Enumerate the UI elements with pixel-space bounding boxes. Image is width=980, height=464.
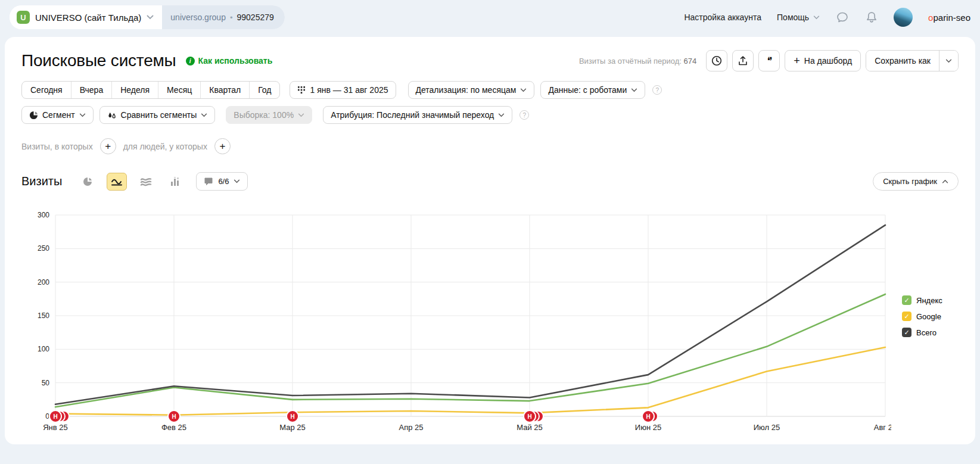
chevron-down-icon xyxy=(234,179,240,183)
segments-row: Сегмент Сравнить сегменты Выборка: 100% … xyxy=(21,106,959,124)
svg-text:Май 25: Май 25 xyxy=(517,423,543,432)
date-range-picker[interactable]: 1 янв — 31 авг 2025 xyxy=(290,81,396,99)
period-year[interactable]: Год xyxy=(249,82,279,98)
svg-text:Н: Н xyxy=(172,413,176,420)
chevron-down-icon xyxy=(201,113,207,117)
svg-text:50: 50 xyxy=(42,379,50,387)
visits-filter-label: Визиты, в которых xyxy=(21,142,93,151)
svg-text:Н: Н xyxy=(53,413,57,420)
period-quarter[interactable]: Квартал xyxy=(200,82,249,98)
info-icon: i xyxy=(186,57,195,66)
sampling-label: Выборка: 100% xyxy=(234,110,294,120)
data-mode-label: Данные: с роботами xyxy=(548,85,627,95)
bell-icon[interactable] xyxy=(865,10,878,24)
period-month[interactable]: Месяц xyxy=(158,82,200,98)
chevron-down-icon xyxy=(79,113,86,117)
svg-text:Авг 25: Авг 25 xyxy=(874,423,891,432)
title-row: Поисковые системы i Как использовать Виз… xyxy=(21,37,959,71)
chart-type-switcher xyxy=(77,173,185,191)
chevron-up-icon xyxy=(942,179,948,183)
chevron-down-icon xyxy=(813,15,820,20)
hide-chart-button[interactable]: Скрыть график xyxy=(873,172,959,191)
legend-item-yandex[interactable]: ✓ Яндекс xyxy=(902,295,942,305)
date-range-label: 1 янв — 31 авг 2025 xyxy=(310,85,388,95)
chat-icon[interactable] xyxy=(835,10,850,24)
save-as-dropdown-button[interactable] xyxy=(939,51,958,71)
checkbox-checked-icon: ✓ xyxy=(902,312,911,321)
compare-segments-label: Сравнить сегменты xyxy=(121,110,197,120)
chevron-down-icon xyxy=(520,88,527,92)
svg-text:Апр 25: Апр 25 xyxy=(399,423,423,432)
compare-segments-icon xyxy=(107,111,117,120)
help-menu[interactable]: Помощь xyxy=(777,13,820,22)
chevron-down-icon xyxy=(498,113,505,117)
segment-pie-icon xyxy=(29,111,38,120)
chevron-down-icon xyxy=(147,15,154,20)
counter-favicon-icon: U xyxy=(17,11,30,24)
segment-label: Сегмент xyxy=(42,110,75,120)
account-settings-link[interactable]: Настройка аккаунта xyxy=(684,13,761,22)
chart-area: 050100150200250300Янв 25Фев 25Мар 25Апр … xyxy=(21,206,959,440)
svg-text:150: 150 xyxy=(38,312,49,320)
checkbox-checked-icon: ✓ xyxy=(902,328,911,337)
export-icon xyxy=(737,55,749,67)
top-right-nav: Настройка аккаунта Помощь oparin-seo xyxy=(684,8,970,27)
svg-text:Июн 25: Июн 25 xyxy=(635,423,661,432)
period-yesterday[interactable]: Вчера xyxy=(71,82,112,98)
checkbox-checked-icon: ✓ xyxy=(902,295,911,305)
legend-label: Яндекс xyxy=(916,296,942,305)
help-question-icon[interactable]: ? xyxy=(652,85,662,95)
save-as-split-button: Сохранить как xyxy=(866,50,959,71)
svg-text:200: 200 xyxy=(38,278,49,287)
compare-segments-dropdown[interactable]: Сравнить сегменты xyxy=(99,106,216,124)
line-chart-type-button[interactable] xyxy=(107,173,127,191)
segment-dropdown[interactable]: Сегмент xyxy=(21,106,94,124)
help-question-icon[interactable]: ? xyxy=(519,110,529,120)
hide-chart-label: Скрыть график xyxy=(883,177,937,186)
filter-adders-row: Визиты, в которых + для людей, у которых… xyxy=(21,138,959,154)
svg-text:Янв 25: Янв 25 xyxy=(43,423,68,432)
visits-total-value: 674 xyxy=(684,57,697,66)
how-to-use-link[interactable]: i Как использовать xyxy=(186,56,273,66)
periods-row: Сегодня Вчера Неделя Месяц Квартал Год 1… xyxy=(21,81,959,99)
svg-text:Н: Н xyxy=(646,413,650,420)
counter-domain: universo.group xyxy=(170,13,226,22)
detalization-dropdown[interactable]: Детализация: по месяцам xyxy=(408,81,535,99)
visits-total: Визиты за отчётный период: 674 xyxy=(579,57,696,66)
export-button[interactable] xyxy=(732,50,754,71)
avatar[interactable] xyxy=(894,8,913,27)
report-card: Поисковые системы i Как использовать Виз… xyxy=(5,37,975,444)
attribution-dropdown[interactable]: Атрибуция: Последний значимый переход xyxy=(323,106,512,124)
legend-item-google[interactable]: ✓ Google xyxy=(902,312,942,321)
sampling-dropdown[interactable]: Выборка: 100% xyxy=(226,106,312,124)
save-as-button[interactable]: Сохранить как xyxy=(866,51,939,71)
add-to-dashboard-button[interactable]: + На дашборд xyxy=(785,50,861,71)
legend-item-total[interactable]: ✓ Всего xyxy=(902,328,942,337)
schedule-report-button[interactable] xyxy=(706,50,727,71)
add-people-filter-button[interactable]: + xyxy=(214,138,231,154)
column-chart-type-button[interactable] xyxy=(165,173,185,191)
counter-selector: U UNIVERSO (сайт Тильда) universo.group … xyxy=(10,5,285,29)
chart-legend: ✓ Яндекс ✓ Google ✓ Всего xyxy=(891,206,942,440)
pie-chart-type-button[interactable] xyxy=(77,173,98,191)
svg-text:100: 100 xyxy=(38,345,49,353)
period-today[interactable]: Сегодня xyxy=(22,82,71,98)
add-visits-filter-button[interactable]: + xyxy=(100,138,116,154)
chevron-down-icon xyxy=(945,59,952,63)
data-mode-dropdown[interactable]: Данные: с роботами xyxy=(540,81,645,99)
counter-name: UNIVERSO (сайт Тильда) xyxy=(35,13,141,23)
counter-selector-main[interactable]: U UNIVERSO (сайт Тильда) xyxy=(10,5,162,29)
people-filter-label: для людей, у которых xyxy=(123,142,207,151)
counter-id: 99025279 xyxy=(237,13,274,22)
counter-domain-chip[interactable]: universo.group • 99025279 xyxy=(162,5,284,29)
annotations-dropdown[interactable]: 6/6 xyxy=(196,172,248,191)
how-to-use-label: Как использовать xyxy=(198,56,273,66)
chart-comments-button[interactable]: ❛❜ xyxy=(758,50,780,71)
detalization-label: Детализация: по месяцам xyxy=(416,85,517,95)
svg-text:Мар 25: Мар 25 xyxy=(279,423,306,432)
period-week[interactable]: Неделя xyxy=(111,82,158,98)
svg-text:250: 250 xyxy=(38,244,49,253)
username[interactable]: oparin-seo xyxy=(928,13,970,23)
stacked-area-chart-type-button[interactable] xyxy=(136,173,156,191)
visits-line-chart[interactable]: 050100150200250300Янв 25Фев 25Мар 25Апр … xyxy=(21,206,891,440)
